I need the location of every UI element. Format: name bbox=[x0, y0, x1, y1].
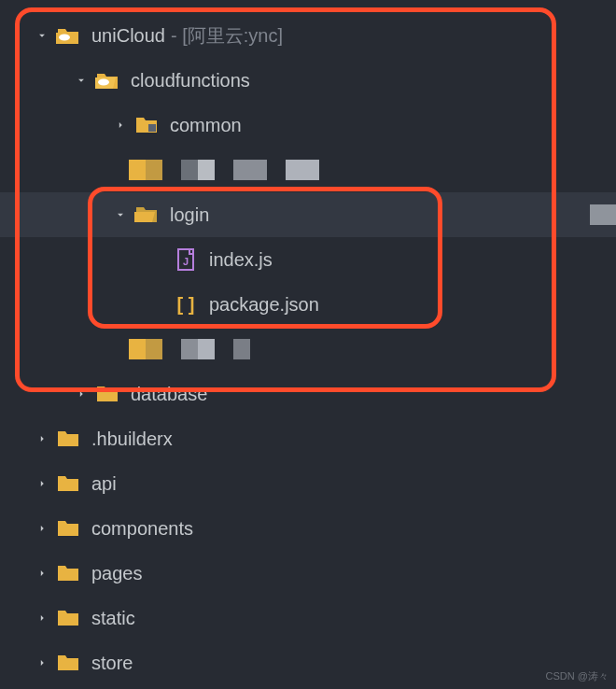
chevron-right-icon bbox=[108, 119, 133, 132]
tree-label: common bbox=[170, 115, 242, 136]
tree-item-cloudfunctions[interactable]: cloudfunctions bbox=[0, 58, 616, 103]
tree-label: login bbox=[170, 204, 209, 226]
svg-text:J: J bbox=[183, 256, 189, 267]
tree-item-unicloud[interactable]: uniCloud - [阿里云:ync] bbox=[0, 13, 616, 58]
folder-icon bbox=[54, 474, 82, 493]
tree-label: static bbox=[91, 608, 135, 629]
redacted-row bbox=[0, 148, 616, 192]
json-file-icon: [ ] bbox=[172, 293, 200, 316]
tree-label: index.js bbox=[209, 249, 273, 271]
svg-rect-2 bbox=[148, 124, 156, 132]
tree-item-packagejson[interactable]: [ ] package.json bbox=[0, 282, 616, 327]
chevron-right-icon bbox=[30, 656, 54, 669]
tree-item-hbuilderx[interactable]: .hbuilderx bbox=[0, 416, 616, 461]
svg-point-1 bbox=[98, 79, 109, 86]
watermark: CSDN @涛々 bbox=[546, 669, 609, 683]
folder-icon bbox=[54, 564, 82, 583]
tree-label: cloudfunctions bbox=[131, 70, 250, 91]
tree-suffix: - [阿里云:ync] bbox=[171, 23, 283, 49]
tree-item-pages[interactable]: pages bbox=[0, 551, 616, 596]
tree-label: database bbox=[131, 384, 207, 405]
chevron-right-icon bbox=[30, 567, 54, 580]
folder-icon bbox=[133, 116, 161, 134]
tree-item-indexjs[interactable]: J index.js bbox=[0, 237, 616, 282]
tree-item-static[interactable]: static bbox=[0, 596, 616, 640]
js-file-icon: J bbox=[172, 248, 200, 271]
tree-label: store bbox=[91, 653, 133, 674]
chevron-down-icon bbox=[108, 208, 133, 221]
chevron-right-icon bbox=[69, 387, 93, 401]
chevron-down-icon bbox=[69, 74, 93, 87]
tree-label: components bbox=[91, 518, 193, 540]
chevron-down-icon bbox=[30, 29, 54, 42]
tree-label: .hbuilderx bbox=[91, 429, 173, 450]
tree-item-common[interactable]: common bbox=[0, 103, 616, 148]
folder-icon bbox=[54, 609, 82, 627]
svg-text:[ ]: [ ] bbox=[177, 294, 195, 315]
tree-item-components[interactable]: components bbox=[0, 506, 616, 551]
folder-icon bbox=[93, 385, 121, 403]
file-tree: uniCloud - [阿里云:ync] cloudfunctions bbox=[0, 0, 616, 685]
svg-point-0 bbox=[59, 35, 70, 41]
tree-label: package.json bbox=[209, 294, 319, 316]
chevron-right-icon bbox=[30, 522, 54, 535]
tree-label: api bbox=[91, 473, 117, 495]
cloud-folder-icon bbox=[93, 70, 121, 91]
selection-marker-icon bbox=[590, 204, 616, 225]
tree-item-database[interactable]: database bbox=[0, 372, 616, 416]
tree-item-login[interactable]: login bbox=[0, 192, 616, 237]
chevron-right-icon bbox=[30, 612, 54, 625]
chevron-right-icon bbox=[30, 432, 54, 445]
folder-open-icon bbox=[133, 205, 161, 224]
cloud-folder-icon bbox=[54, 25, 82, 46]
tree-label: uniCloud bbox=[91, 25, 165, 47]
tree-item-api[interactable]: api bbox=[0, 461, 616, 506]
folder-icon bbox=[54, 429, 82, 448]
folder-icon bbox=[54, 519, 82, 538]
chevron-right-icon bbox=[30, 477, 54, 490]
tree-item-store[interactable]: store bbox=[0, 640, 616, 685]
redacted-row bbox=[0, 327, 616, 372]
tree-label: pages bbox=[91, 563, 143, 584]
folder-icon bbox=[54, 654, 82, 672]
